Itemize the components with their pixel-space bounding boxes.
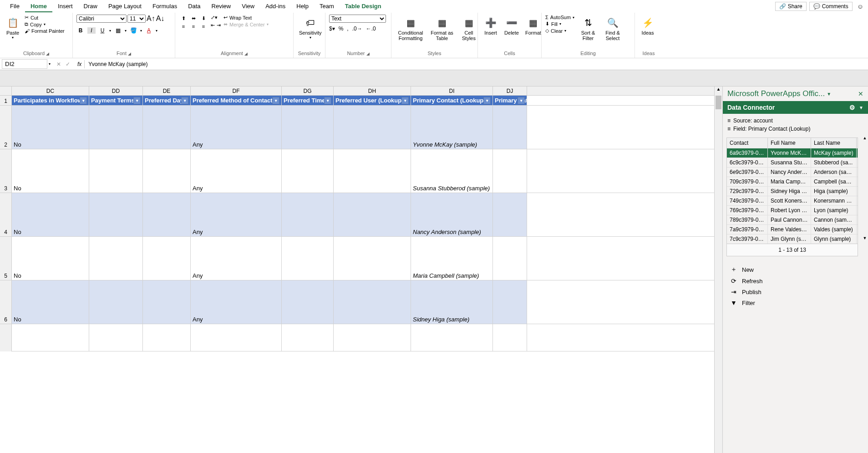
table-header-cell[interactable]: Payment Terms (89, 96, 143, 105)
col-lastname[interactable]: Last Name (811, 138, 857, 148)
table-header-cell[interactable]: Preferred Day (143, 96, 191, 105)
italic-button[interactable]: I (87, 27, 96, 34)
formula-input[interactable]: Yvonne McKay (sample) (84, 60, 868, 68)
cell[interactable] (143, 106, 191, 149)
vertical-scrollbar[interactable]: ▲ ▼ (714, 87, 722, 453)
cell[interactable] (282, 106, 334, 149)
sort-filter-button[interactable]: ⇅Sort & Filter (577, 15, 599, 42)
spreadsheet-grid[interactable]: DCDDDEDFDGDHDIDJ 1 Participates in Workf… (0, 87, 714, 453)
autosum-button[interactable]: ΣAutoSum▾ (545, 15, 574, 20)
cut-button[interactable]: ✂Cut (25, 15, 65, 20)
column-header[interactable]: DD (89, 87, 143, 95)
lookup-row[interactable]: 7c9c3979-02a...Jim Glynn (sa...Glynn (sa… (727, 234, 858, 244)
lookup-row[interactable]: 6e9c3979-02a...Nancy Anders...Anderson (… (727, 167, 858, 177)
cell[interactable] (143, 149, 191, 193)
cell[interactable]: Any (191, 280, 282, 324)
table-header-cell[interactable]: Preferred Time (282, 96, 334, 105)
close-icon[interactable]: ✕ (858, 90, 863, 97)
menu-add-ins[interactable]: Add-ins (260, 1, 291, 12)
cell[interactable] (143, 193, 191, 236)
dialog-launcher-icon[interactable]: ◢ (244, 51, 248, 56)
comma-button[interactable]: , (347, 25, 348, 32)
cell[interactable] (12, 324, 89, 351)
cell[interactable] (282, 280, 334, 324)
align-left-button[interactable]: ≡ (179, 23, 188, 30)
align-center-button[interactable]: ≡ (189, 23, 198, 30)
cell[interactable]: Any (191, 237, 282, 280)
cell[interactable] (334, 193, 411, 236)
cell[interactable] (334, 237, 411, 280)
new-button[interactable]: ＋New (730, 264, 861, 275)
cell[interactable] (493, 193, 527, 236)
cell[interactable]: Yvonne McKay (sample) (411, 106, 493, 149)
col-fullname[interactable]: Full Name (768, 138, 811, 148)
column-header[interactable]: DG (282, 87, 334, 95)
scrollbar-thumb[interactable] (716, 96, 721, 109)
increase-indent-button[interactable]: ⇥ (217, 22, 221, 28)
merge-center-button[interactable]: ⬌Merge & Center▾ (223, 21, 269, 27)
menu-page-layout[interactable]: Page Layout (103, 1, 147, 12)
comments-button[interactable]: 💬 Comments (809, 2, 853, 11)
chevron-down-icon[interactable]: ▼ (859, 105, 863, 110)
cell[interactable] (493, 237, 527, 280)
menu-file[interactable]: File (5, 1, 25, 12)
cell[interactable] (493, 106, 527, 149)
dialog-launcher-icon[interactable]: ◢ (46, 51, 49, 56)
col-contact[interactable]: Contact (727, 138, 768, 148)
menu-review[interactable]: Review (206, 1, 237, 12)
decrease-indent-button[interactable]: ⇤ (211, 22, 215, 28)
scroll-up-icon[interactable]: ▲ (862, 136, 868, 140)
borders-button[interactable]: ▦ (114, 27, 122, 34)
column-header[interactable]: DC (12, 87, 89, 95)
taskpane-scrollbar[interactable]: ▲ ▼ (862, 136, 868, 258)
fx-icon[interactable]: fx (75, 61, 84, 67)
menu-data[interactable]: Data (183, 1, 206, 12)
lookup-row[interactable]: 749c3979-02a...Scott Konersm...Konersman… (727, 196, 858, 205)
font-size-select[interactable]: 11 (127, 15, 146, 23)
row-header[interactable]: 5 (0, 237, 12, 280)
align-middle-button[interactable]: ⬌ (189, 15, 198, 22)
cell[interactable] (191, 324, 282, 351)
find-select-button[interactable]: 🔍Find & Select (602, 15, 624, 42)
lookup-row[interactable]: 789c3979-02a...Paul Cannon (...Cannon (s… (727, 215, 858, 224)
lookup-row[interactable]: 729c3979-02a...Sidney Higa (s...Higa (sa… (727, 186, 858, 196)
wrap-text-button[interactable]: ↩Wrap Text (223, 15, 269, 20)
sensitivity-button[interactable]: 🏷 Sensitivity ▾ (297, 15, 324, 41)
cell[interactable] (334, 280, 411, 324)
format-painter-button[interactable]: 🖌Format Painter (25, 28, 65, 34)
underline-button[interactable]: U (98, 27, 107, 34)
scroll-down-icon[interactable]: ▼ (862, 236, 868, 240)
menu-formulas[interactable]: Formulas (147, 1, 183, 12)
cell[interactable] (334, 149, 411, 193)
cell[interactable] (143, 324, 191, 351)
cell[interactable] (282, 237, 334, 280)
feedback-smiley-icon[interactable]: ☺ (857, 3, 863, 10)
name-box[interactable] (2, 59, 47, 69)
cancel-formula-icon[interactable]: ✕ (56, 61, 61, 67)
row-header[interactable]: 2 (0, 106, 12, 149)
row-header[interactable]: 4 (0, 193, 12, 236)
decrease-font-icon[interactable]: A↓ (156, 15, 165, 23)
font-color-button[interactable]: A (145, 27, 153, 34)
table-header-cell[interactable]: Preferred User (Lookup) (334, 96, 411, 105)
gear-icon[interactable]: ⚙ (849, 104, 855, 111)
row-header[interactable] (0, 324, 12, 351)
publish-button[interactable]: ⇥Publish (730, 286, 861, 297)
cell[interactable]: No (12, 280, 89, 324)
row-header[interactable]: 1 (0, 96, 12, 105)
menu-table-design[interactable]: Table Design (340, 1, 387, 12)
align-bottom-button[interactable]: ⬇ (199, 15, 208, 22)
cell[interactable] (89, 193, 143, 236)
cell[interactable] (282, 324, 334, 351)
cell[interactable]: No (12, 193, 89, 236)
column-header[interactable]: DJ (493, 87, 527, 95)
cell[interactable]: Susanna Stubberod (sample) (411, 149, 493, 193)
cell[interactable] (89, 280, 143, 324)
scroll-up-icon[interactable]: ▲ (715, 87, 722, 95)
cell[interactable] (89, 324, 143, 351)
column-header[interactable]: DE (143, 87, 191, 95)
lookup-row[interactable]: 6a9c3979-02a...Yvonne McKay...McKay (sam… (727, 148, 858, 158)
table-header-cell[interactable]: Preferred Method of Contact (191, 96, 282, 105)
chevron-down-icon[interactable]: ▼ (827, 92, 831, 97)
cell[interactable] (493, 324, 527, 351)
